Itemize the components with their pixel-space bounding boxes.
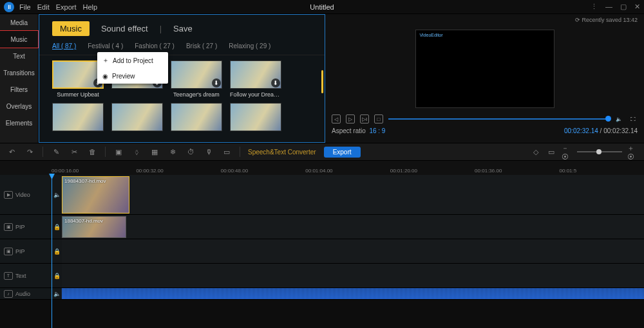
track-label: Audio [15, 291, 30, 297]
maximize-icon[interactable]: ▢ [620, 3, 627, 11]
clip-label: 19884307-hd.mov [64, 178, 106, 184]
music-browser: Music Sound effect | Save All ( 87 )Fest… [39, 14, 325, 143]
timeline-tracks: ▶Video 🔈 19884307-hd.mov ▣PIP 🔒 1884307-… [0, 175, 644, 300]
video-clip[interactable]: 19884307-hd.mov [62, 176, 129, 214]
ruler-mark: 00:01:36.00 [475, 168, 559, 174]
category-fashion[interactable]: Fashion ( 27 ) [135, 42, 175, 50]
mute-button[interactable]: 🔈 [614, 114, 623, 123]
zoom-out-button[interactable]: －⦿ [562, 147, 572, 157]
preview-slider[interactable] [388, 118, 609, 120]
zoom-in-button[interactable]: ＋⦿ [627, 147, 638, 157]
track-name [111, 91, 163, 98]
music-track[interactable] [52, 103, 104, 140]
stop-button[interactable]: □ [374, 114, 383, 123]
delete-button[interactable]: 🗑 [87, 147, 97, 157]
voiceover-button[interactable]: 🎙 [204, 147, 214, 157]
play-button[interactable]: ▷ [346, 114, 355, 123]
download-icon[interactable]: ⬇ [212, 78, 221, 87]
lock-icon[interactable]: 🔒 [53, 273, 61, 279]
track-video: ▶Video 🔈 19884307-hd.mov [0, 175, 644, 215]
category-all[interactable]: All ( 87 ) [52, 42, 76, 50]
more-icon[interactable]: ⋮ [591, 3, 598, 11]
nav-overlays[interactable]: Overlays [0, 98, 38, 114]
track-thumbnail [171, 103, 222, 131]
track-label: PIP [15, 248, 25, 255]
freeze-button[interactable]: ❄ [167, 147, 178, 157]
category-relaxing[interactable]: Relaxing ( 29 ) [229, 42, 270, 50]
context-preview[interactable]: ◉ Preview [97, 69, 168, 84]
nav-media[interactable]: Media [0, 14, 38, 31]
minimize-icon[interactable]: — [605, 3, 612, 11]
track-name [111, 134, 163, 140]
redo-button[interactable]: ↷ [24, 147, 35, 157]
ruler-mark: 00:01:5 [560, 168, 644, 174]
tab-divider: | [160, 24, 162, 33]
speaker-icon[interactable]: 🔈 [53, 291, 61, 297]
nav-text[interactable]: Text [0, 48, 38, 64]
track-pip-1: ▣PIP 🔒 1884307-hd.mov [0, 215, 644, 239]
fullscreen-button[interactable]: ⛶ [629, 114, 638, 123]
menu-export[interactable]: Export [56, 3, 77, 11]
lock-icon[interactable]: 🔒 [53, 224, 61, 230]
edit-button[interactable]: ✎ [51, 147, 61, 157]
track-name: Summer Upbeat [52, 91, 104, 98]
track-name: Teenager's dream [171, 91, 222, 98]
crop-button[interactable]: ▣ [113, 147, 124, 157]
saved-label: ⟳ Recently saved 13:42 [575, 17, 638, 23]
music-track[interactable] [111, 103, 163, 140]
context-label: Add to Project [113, 57, 153, 64]
download-icon[interactable]: ⬇ [271, 78, 280, 87]
fit-button[interactable]: ▭ [546, 147, 556, 157]
nav-elements[interactable]: Elements [0, 114, 38, 131]
tab-sound-effect[interactable]: Sound effect [101, 24, 148, 33]
audio-icon: ♪ [4, 290, 13, 298]
category-brisk[interactable]: Brisk ( 27 ) [186, 42, 217, 50]
context-add-to-project[interactable]: ＋ Add to Project [97, 52, 168, 69]
lock-icon[interactable]: 🔒 [53, 248, 61, 255]
timeline-ruler: 00:00:16.0000:00:32.0000:00:48.0000:01:0… [0, 161, 644, 175]
audio-clip[interactable] [62, 288, 644, 299]
track-name [52, 134, 104, 140]
mosaic-button[interactable]: ▦ [149, 147, 160, 157]
speaker-icon[interactable]: 🔈 [53, 192, 61, 198]
playhead[interactable] [52, 175, 52, 328]
tab-music[interactable]: Music [52, 21, 90, 36]
track-audio: ♪Audio 🔈 [0, 288, 644, 300]
close-icon[interactable]: ✕ [634, 3, 640, 11]
prev-frame-button[interactable]: ◁ [332, 114, 341, 123]
menu-help[interactable]: Help [83, 3, 98, 11]
zoom-slider[interactable] [577, 151, 622, 152]
cut-button[interactable]: ✂ [69, 147, 79, 157]
music-track[interactable]: ⬇Teenager's dream [171, 60, 222, 98]
nav-filters[interactable]: Filters [0, 81, 38, 98]
next-frame-button[interactable]: ▷I [360, 114, 369, 123]
duration-button[interactable]: ⏱ [185, 147, 196, 157]
app-logo: ⏸ [4, 2, 14, 12]
menu-edit[interactable]: Edit [37, 3, 50, 11]
marker-button[interactable]: ◇ [531, 147, 541, 157]
music-track[interactable]: ⬇Follow your Dreams [230, 60, 281, 98]
undo-button[interactable]: ↶ [6, 147, 17, 157]
pip-clip[interactable]: 1884307-hd.mov [62, 216, 126, 238]
music-track[interactable] [171, 103, 222, 140]
ruler-mark: 00:00:48.00 [221, 168, 305, 174]
export-button[interactable]: Export [324, 147, 361, 158]
split-button[interactable]: ⎀ [131, 147, 142, 157]
track-pip-2: ▣PIP 🔒 [0, 239, 644, 264]
category-festival[interactable]: Festival ( 4 ) [88, 42, 123, 50]
track-text: TText 🔒 [0, 264, 644, 288]
music-track[interactable] [230, 103, 281, 140]
speech-text-converter[interactable]: Speech&Text Converter [248, 149, 316, 156]
nav-music[interactable]: Music [0, 31, 38, 48]
music-track[interactable]: ⬇Summer Upbeat [52, 60, 104, 98]
pip-icon: ▣ [4, 223, 13, 231]
nav-transitions[interactable]: Transitions [0, 64, 38, 81]
menubar: ⏸ File Edit Export Help Untitled ⋮ — ▢ ✕ [0, 0, 644, 14]
eye-icon: ◉ [102, 73, 108, 80]
tab-save[interactable]: Save [173, 24, 193, 33]
clip-label: 1884307-hd.mov [64, 218, 103, 224]
scrollbar[interactable] [321, 70, 323, 93]
menu-file[interactable]: File [19, 3, 31, 11]
snapshot-button[interactable]: ▭ [222, 147, 232, 157]
track-label: Text [15, 273, 26, 279]
